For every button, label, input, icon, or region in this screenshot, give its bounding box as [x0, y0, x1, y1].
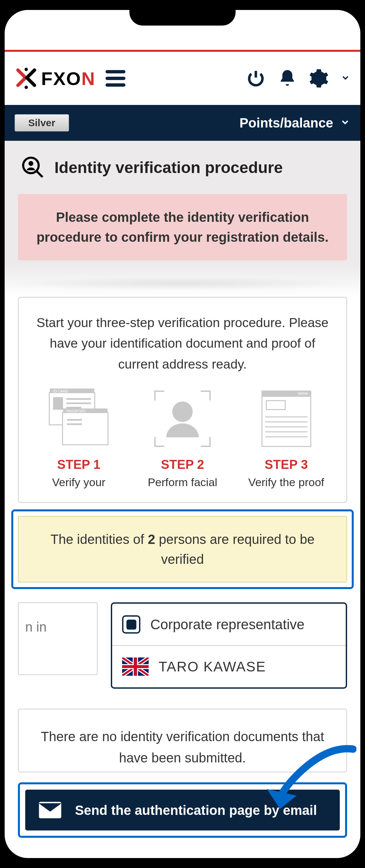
page-title: Identity verification procedure [55, 158, 283, 177]
step3-label: STEP 3 [236, 458, 336, 472]
app-logo[interactable]: FXON [14, 67, 96, 90]
person-name: TARO KAWASE [159, 659, 266, 675]
send-button-label: Send the authentication page by email [75, 802, 317, 819]
alert-text: Please complete the identity verificatio… [28, 207, 337, 247]
highlight-callout: The identities of 2 persons are required… [11, 509, 354, 589]
send-button-callout: Send the authentication page by email [18, 782, 347, 838]
header-icons-group [246, 68, 351, 88]
radio-selected-icon[interactable] [122, 615, 140, 633]
bank-doc-icon: BANK [236, 388, 336, 449]
partial-left-card[interactable]: n in [18, 602, 98, 675]
step3-desc: Verify the proof [236, 476, 336, 489]
flag-uk-icon [122, 657, 148, 676]
id-card-icon: ID CARD PASSPORT [29, 388, 129, 449]
role-label: Corporate representative [150, 617, 305, 632]
logo-mark-icon [14, 67, 38, 90]
selected-person-card[interactable]: Corporate representative [111, 602, 347, 689]
step1-label: STEP 1 [29, 458, 129, 472]
tier-badge: Silver [14, 114, 69, 131]
step1-desc: Verify your [29, 476, 129, 489]
user-search-icon [21, 156, 44, 179]
step-3: BANK STEP 3 Verify the proof [236, 388, 336, 489]
phone-notch [129, 9, 236, 26]
gear-icon[interactable] [309, 68, 329, 88]
power-icon[interactable] [246, 68, 266, 88]
step2-label: STEP 2 [132, 458, 233, 472]
svg-point-1 [25, 86, 28, 89]
step2-desc: Perform facial [132, 476, 233, 489]
person-role-row[interactable]: Corporate representative [112, 604, 346, 646]
card-intro-text: Start your three-step verification proce… [29, 312, 336, 375]
face-scan-icon [132, 388, 233, 449]
highlight-count: 2 [148, 532, 155, 547]
logo-text: FXON [41, 68, 96, 89]
balance-bar[interactable]: Silver Points/balance [5, 105, 360, 141]
documents-status-card: There are no identity verification docum… [18, 709, 347, 772]
chevron-down-icon[interactable] [340, 73, 351, 84]
passport-mini-label: PASSPORT [65, 409, 87, 413]
page-title-row: Identity verification procedure [5, 141, 360, 194]
logo-part2: N [81, 68, 95, 89]
svg-point-3 [29, 161, 34, 166]
verification-card: Start your three-step verification proce… [18, 297, 347, 503]
person-name-row: TARO KAWASE [112, 646, 346, 687]
chevron-down-icon [340, 117, 351, 129]
send-email-button[interactable]: Send the authentication page by email [25, 789, 340, 831]
section-divider [5, 264, 360, 297]
alert-box: Please complete the identity verificatio… [18, 194, 347, 260]
documents-status-text: There are no identity verification docum… [29, 726, 336, 768]
step-2: STEP 2 Perform facial [132, 388, 233, 489]
idcard-mini-label: ID CARD [52, 389, 69, 393]
logo-part1: FXO [41, 68, 81, 89]
step-1: ID CARD PASSPORT [29, 388, 129, 489]
envelope-icon [38, 801, 62, 819]
app-header: FXON [5, 52, 360, 105]
svg-point-0 [25, 68, 28, 71]
partial-text: n in [25, 620, 47, 634]
phone-frame: FXON [0, 0, 365, 868]
bank-mini-label: BANK [262, 392, 310, 397]
screen: FXON [5, 10, 360, 858]
svg-rect-9 [122, 665, 148, 668]
highlight-text: The identities of 2 persons are required… [18, 516, 347, 583]
bell-icon[interactable] [277, 68, 297, 88]
person-selection-row: n in Corporate representative [5, 602, 360, 689]
hamburger-menu-icon[interactable] [105, 70, 126, 87]
balance-label: Points/balance [239, 116, 333, 130]
steps-row: ID CARD PASSPORT [29, 388, 336, 489]
svg-point-4 [172, 401, 193, 422]
highlight-post: persons are required to be verified [155, 532, 314, 566]
highlight-pre: The identities of [51, 532, 148, 547]
